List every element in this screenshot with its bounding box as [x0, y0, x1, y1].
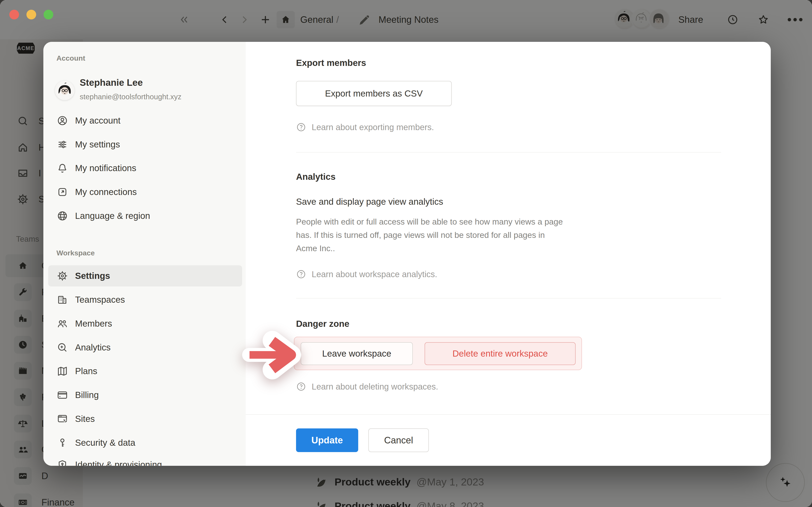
- help-text[interactable]: Learn about exporting members.: [312, 122, 434, 132]
- danger-zone-container: Leave workspace Delete entire workspace: [294, 337, 582, 370]
- key-icon: [56, 437, 68, 449]
- sidebar-item-label: Sites: [75, 414, 95, 424]
- description-line: has. If this is turned off, page views w…: [296, 228, 563, 242]
- question-circle-icon: [296, 269, 306, 279]
- settings-sidebar: Account Stephanie Lee stephanie@toolsfor…: [43, 42, 246, 466]
- danger-help-link[interactable]: Learn about deleting workspaces.: [296, 382, 438, 392]
- sidebar-item-label: Plans: [75, 366, 97, 376]
- sidebar-item-teamspaces[interactable]: Teamspaces: [52, 289, 238, 310]
- profile-name: Stephanie Lee: [80, 77, 143, 88]
- description-line: People with edit or full access will be …: [296, 215, 563, 228]
- browser-cursor-icon: [56, 413, 68, 425]
- sidebar-item-language-region[interactable]: Language & region: [52, 205, 238, 226]
- arrow-up-right-box-icon: [56, 186, 68, 198]
- sidebar-item-plans[interactable]: Plans: [52, 360, 238, 382]
- sidebar-item-my-connections[interactable]: My connections: [52, 181, 238, 203]
- help-text[interactable]: Learn about deleting workspaces.: [312, 382, 438, 391]
- section-divider: [296, 298, 721, 298]
- sidebar-item-sites[interactable]: Sites: [52, 408, 238, 430]
- description-line: Acme Inc..: [296, 242, 563, 255]
- window-close-button[interactable]: [9, 10, 19, 19]
- export-members-title: Export members: [296, 58, 366, 68]
- cancel-button[interactable]: Cancel: [368, 429, 429, 452]
- window-zoom-button[interactable]: [44, 10, 53, 19]
- profile-email: stephanie@toolsforthought.xyz: [80, 93, 182, 101]
- workspace-section-header: Workspace: [56, 249, 95, 257]
- sidebar-item-label: My notifications: [75, 163, 136, 173]
- profile-avatar: [55, 81, 74, 100]
- footer-divider: [246, 414, 771, 415]
- delete-workspace-button[interactable]: Delete entire workspace: [424, 342, 575, 365]
- sidebar-item-label: My settings: [75, 139, 120, 150]
- sliders-icon: [56, 138, 68, 151]
- map-icon: [56, 365, 68, 377]
- sidebar-item-identity-provisioning[interactable]: Identity & provisioning: [52, 454, 238, 466]
- members-icon: [56, 318, 68, 330]
- sidebar-item-label: Language & region: [75, 211, 150, 221]
- question-circle-icon: [296, 382, 306, 392]
- sidebar-item-my-account[interactable]: My account: [52, 110, 238, 131]
- sidebar-item-security-data[interactable]: Security & data: [52, 432, 238, 453]
- shield-icon: [56, 459, 68, 466]
- sidebar-item-label: Members: [75, 319, 112, 329]
- pointer-arrow: [237, 329, 305, 382]
- sidebar-item-label: Billing: [75, 390, 99, 400]
- sidebar-item-members[interactable]: Members: [52, 313, 238, 334]
- bell-icon: [56, 162, 68, 174]
- app-window: General / Meeting Notes Share: [0, 0, 812, 507]
- sidebar-item-billing[interactable]: Billing: [52, 385, 238, 406]
- sidebar-item-label: Settings: [75, 271, 110, 281]
- sidebar-item-analytics[interactable]: Analytics: [52, 337, 238, 358]
- sidebar-item-label: Identity & provisioning: [75, 460, 162, 466]
- sidebar-item-label: Teamspaces: [75, 295, 125, 305]
- page-view-analytics-description: People with edit or full access will be …: [296, 215, 563, 255]
- sidebar-item-label: My account: [75, 116, 120, 126]
- settings-content: Export members Export members as CSV Lea…: [246, 42, 771, 466]
- section-divider: [296, 152, 721, 153]
- analytics-title: Analytics: [296, 172, 336, 182]
- window-minimize-button[interactable]: [27, 10, 36, 19]
- export-help-link[interactable]: Learn about exporting members.: [296, 122, 434, 132]
- sidebar-item-label: Analytics: [75, 342, 111, 352]
- export-members-csv-button[interactable]: Export members as CSV: [296, 81, 452, 106]
- sidebar-item-settings[interactable]: Settings: [52, 265, 238, 286]
- sidebar-item-label: Security & data: [75, 438, 135, 448]
- sidebar-item-my-settings[interactable]: My settings: [52, 134, 238, 155]
- leave-workspace-button[interactable]: Leave workspace: [301, 342, 413, 365]
- help-text[interactable]: Learn about workspace analytics.: [312, 270, 437, 279]
- globe-icon: [56, 210, 68, 222]
- credit-card-icon: [56, 389, 68, 401]
- person-circle-icon: [56, 115, 68, 126]
- gear-icon: [56, 270, 68, 282]
- analytics-help-link[interactable]: Learn about workspace analytics.: [296, 269, 437, 279]
- danger-zone-title: Danger zone: [296, 319, 349, 329]
- settings-modal: Account Stephanie Lee stephanie@toolsfor…: [43, 42, 771, 466]
- buildings-icon: [56, 294, 68, 306]
- sidebar-item-my-notifications[interactable]: My notifications: [52, 158, 238, 179]
- update-button[interactable]: Update: [296, 429, 358, 452]
- magnifier-sparkle-icon: [56, 342, 68, 353]
- page-view-analytics-label: Save and display page view analytics: [296, 197, 443, 207]
- account-section-header: Account: [56, 54, 85, 62]
- question-circle-icon: [296, 122, 306, 132]
- sidebar-item-label: My connections: [75, 187, 137, 197]
